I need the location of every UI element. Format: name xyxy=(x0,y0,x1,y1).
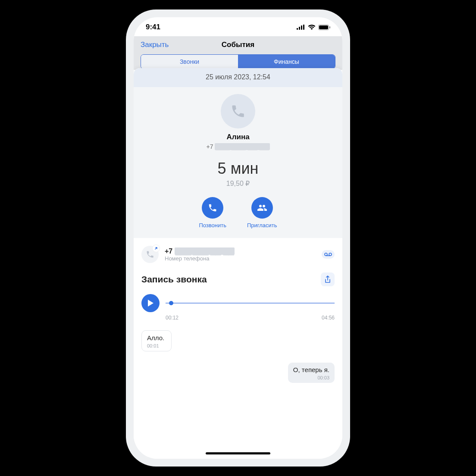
call-duration: 5 мин xyxy=(134,160,342,178)
status-bar: 9:41 xyxy=(134,17,342,36)
tab-calls[interactable]: Звонки xyxy=(141,55,238,69)
svg-point-8 xyxy=(329,253,332,256)
arrow-up-right-icon xyxy=(154,246,158,251)
action-call[interactable]: Позвонить xyxy=(199,197,226,229)
phone-icon xyxy=(208,203,217,213)
svg-rect-1 xyxy=(299,27,300,30)
tab-finance[interactable]: Финансы xyxy=(238,55,335,69)
svg-rect-5 xyxy=(319,25,328,29)
close-button[interactable]: Закрыть xyxy=(141,41,169,49)
invite-button[interactable] xyxy=(251,197,273,219)
time-total: 04:56 xyxy=(322,315,335,321)
phone-screen: 9:41 Закрыть События Звонки Финансы xyxy=(134,17,342,459)
share-icon xyxy=(324,276,331,283)
profile-section: Алина +7 ▇▇▇ ▇▇▇-▇▇-▇▇ 5 мин 19,50 ₽ Поз… xyxy=(134,87,342,238)
phone-number-row[interactable]: +7 ▇▇▇ ▇▇▇-▇▇-▇▇ Номер телефона xyxy=(141,246,335,263)
avatar xyxy=(221,94,255,128)
svg-point-7 xyxy=(325,253,327,256)
home-indicator[interactable] xyxy=(206,452,270,454)
phone-icon xyxy=(230,103,246,119)
call-detail-sheet: 25 июля 2023, 12:54 Алина +7 ▇▇▇ ▇▇▇-▇▇-… xyxy=(134,68,342,459)
transcript: Алло. 00:01 О, теперь я. 00:03 xyxy=(141,330,335,383)
action-invite[interactable]: Пригласить xyxy=(247,197,277,229)
row-phone-sublabel: Номер телефона xyxy=(165,255,316,262)
contact-phone: +7 ▇▇▇ ▇▇▇-▇▇-▇▇ xyxy=(134,143,342,150)
wifi-icon xyxy=(308,25,316,30)
transcript-bubble-left: Алло. 00:01 xyxy=(141,330,172,351)
phone-prefix: +7 xyxy=(206,143,213,150)
invite-label: Пригласить xyxy=(247,222,277,229)
time-elapsed: 00:12 xyxy=(166,315,178,321)
bubble-text: О, теперь я. xyxy=(293,366,329,373)
status-time: 9:41 xyxy=(146,23,160,31)
svg-rect-6 xyxy=(329,26,330,28)
people-icon xyxy=(257,203,267,213)
battery-icon xyxy=(318,25,330,30)
phone-masked: ▇▇▇ ▇▇▇-▇▇-▇▇ xyxy=(215,143,269,150)
bubble-time: 00:01 xyxy=(147,343,166,348)
cellular-icon xyxy=(297,25,305,30)
segmented-control: Звонки Финансы xyxy=(141,54,335,69)
svg-rect-3 xyxy=(303,25,304,30)
progress-thumb[interactable] xyxy=(169,301,173,305)
voicemail-icon xyxy=(324,252,332,257)
phone-frame: 9:41 Закрыть События Звонки Финансы xyxy=(126,9,350,467)
audio-player xyxy=(141,294,335,312)
call-cost: 19,50 ₽ xyxy=(134,179,342,188)
call-button[interactable] xyxy=(202,197,223,219)
play-button[interactable] xyxy=(141,294,160,312)
play-icon xyxy=(147,299,154,307)
contact-name: Алина xyxy=(134,133,342,141)
svg-rect-0 xyxy=(297,28,298,30)
row-phone-number: +7 ▇▇▇ ▇▇▇-▇▇-▇▇ xyxy=(165,247,316,255)
bubble-time: 00:03 xyxy=(293,375,329,380)
status-icons xyxy=(297,25,330,30)
share-button[interactable] xyxy=(321,272,335,286)
bubble-text: Алло. xyxy=(147,334,166,341)
events-modal-header: Закрыть События Звонки Финансы xyxy=(134,36,342,70)
svg-rect-2 xyxy=(301,25,302,30)
transcript-bubble-right: О, теперь я. 00:03 xyxy=(288,363,335,383)
phone-icon xyxy=(146,250,154,259)
call-datetime: 25 июля 2023, 12:54 xyxy=(134,68,342,87)
voicemail-badge xyxy=(322,250,335,259)
outgoing-call-icon xyxy=(141,246,159,263)
progress-track[interactable] xyxy=(166,300,335,307)
recording-title: Запись звонка xyxy=(141,274,207,285)
call-label: Позвонить xyxy=(199,222,226,229)
